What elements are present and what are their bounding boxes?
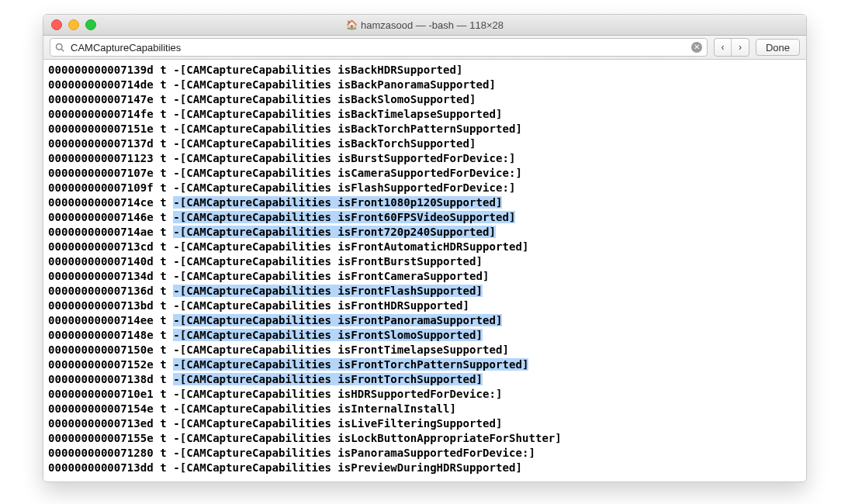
terminal-line: 000000000007109f t -[CAMCaptureCapabilit… — [48, 181, 801, 195]
highlighted-method: -[CAMCaptureCapabilities isFrontFlashSup… — [173, 285, 483, 297]
chevron-left-icon: ‹ — [721, 42, 724, 53]
minimize-button[interactable] — [68, 19, 79, 30]
terminal-line: 00000000000714ce t -[CAMCaptureCapabilit… — [48, 195, 801, 210]
zoom-button[interactable] — [85, 19, 96, 30]
terminal-line: 00000000000714ee t -[CAMCaptureCapabilit… — [48, 313, 801, 328]
terminal-line: 00000000000714fe t -[CAMCaptureCapabilit… — [48, 107, 801, 122]
terminal-line: 000000000007151e t -[CAMCaptureCapabilit… — [48, 122, 801, 136]
find-next-button[interactable]: › — [732, 39, 749, 56]
window-title: 🏠 hamzasood — -bash — 118×28 — [43, 19, 806, 31]
terminal-line: 000000000007147e t -[CAMCaptureCapabilit… — [48, 92, 801, 107]
terminal-line: 00000000000710e1 t -[CAMCaptureCapabilit… — [48, 387, 801, 402]
terminal-line: 00000000000713bd t -[CAMCaptureCapabilit… — [48, 299, 801, 313]
terminal-line: 0000000000071280 t -[CAMCaptureCapabilit… — [48, 446, 801, 461]
close-icon: ✕ — [694, 43, 700, 51]
terminal-window: 🏠 hamzasood — -bash — 118×28 ✕ ‹ › Done … — [43, 14, 807, 482]
terminal-line: 00000000000713cd t -[CAMCaptureCapabilit… — [48, 240, 801, 254]
terminal-line: 00000000000714ae t -[CAMCaptureCapabilit… — [48, 225, 801, 240]
traffic-lights — [51, 19, 96, 30]
highlighted-method: -[CAMCaptureCapabilities isFrontTorchPat… — [173, 358, 528, 371]
terminal-line: 0000000000071123 t -[CAMCaptureCapabilit… — [48, 151, 801, 166]
highlighted-method: -[CAMCaptureCapabilities isFrontTorchSup… — [173, 373, 483, 385]
find-prev-button[interactable]: ‹ — [715, 39, 732, 56]
highlighted-method: -[CAMCaptureCapabilities isFront1080p120… — [173, 196, 502, 209]
terminal-line: 000000000007136d t -[CAMCaptureCapabilit… — [48, 284, 801, 299]
titlebar: 🏠 hamzasood — -bash — 118×28 — [43, 15, 806, 36]
find-bar: ✕ ‹ › Done — [43, 36, 806, 60]
terminal-line: 000000000007140d t -[CAMCaptureCapabilit… — [48, 254, 801, 269]
svg-line-1 — [61, 49, 64, 51]
terminal-line: 000000000007152e t -[CAMCaptureCapabilit… — [48, 357, 801, 372]
highlighted-method: -[CAMCaptureCapabilities isFrontSlomoSup… — [173, 329, 483, 341]
search-box[interactable]: ✕ — [50, 38, 708, 57]
done-button[interactable]: Done — [756, 39, 800, 56]
highlighted-method: -[CAMCaptureCapabilities isFrontPanorama… — [173, 314, 502, 326]
find-nav: ‹ › — [714, 38, 749, 57]
terminal-line: 00000000000714de t -[CAMCaptureCapabilit… — [48, 78, 801, 92]
search-icon — [55, 43, 64, 52]
terminal-line: 000000000007138d t -[CAMCaptureCapabilit… — [48, 372, 801, 387]
terminal-body[interactable]: 000000000007139d t -[CAMCaptureCapabilit… — [43, 60, 806, 482]
terminal-line: 000000000007155e t -[CAMCaptureCapabilit… — [48, 431, 801, 446]
terminal-line: 000000000007134d t -[CAMCaptureCapabilit… — [48, 269, 801, 284]
terminal-line: 00000000000713dd t -[CAMCaptureCapabilit… — [48, 461, 801, 475]
highlighted-method: -[CAMCaptureCapabilities isFront60FPSVid… — [173, 211, 515, 223]
clear-search-button[interactable]: ✕ — [691, 42, 702, 53]
highlighted-method: -[CAMCaptureCapabilities isFront720p240S… — [173, 226, 496, 238]
search-input[interactable] — [69, 41, 687, 54]
terminal-line: 000000000007107e t -[CAMCaptureCapabilit… — [48, 166, 801, 181]
chevron-right-icon: › — [739, 42, 742, 53]
home-icon: 🏠 — [346, 19, 358, 30]
terminal-line: 000000000007137d t -[CAMCaptureCapabilit… — [48, 136, 801, 151]
terminal-line: 000000000007150e t -[CAMCaptureCapabilit… — [48, 343, 801, 357]
terminal-line: 000000000007139d t -[CAMCaptureCapabilit… — [48, 63, 801, 78]
close-button[interactable] — [51, 19, 62, 30]
terminal-line: 000000000007154e t -[CAMCaptureCapabilit… — [48, 402, 801, 416]
terminal-line: 00000000000713ed t -[CAMCaptureCapabilit… — [48, 416, 801, 431]
window-title-text: hamzasood — -bash — 118×28 — [361, 19, 504, 31]
terminal-line: 000000000007146e t -[CAMCaptureCapabilit… — [48, 210, 801, 225]
svg-point-0 — [57, 44, 63, 50]
terminal-line: 000000000007148e t -[CAMCaptureCapabilit… — [48, 328, 801, 343]
